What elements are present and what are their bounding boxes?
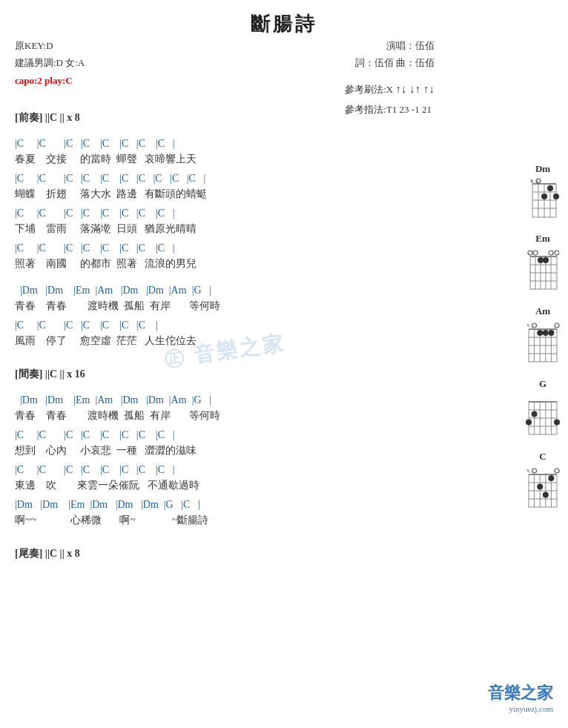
chord-g: G <box>525 378 561 437</box>
chord-item: |C <box>81 206 100 221</box>
lyric-item: 啊~~ <box>15 512 70 528</box>
chord-item: | <box>209 393 211 408</box>
chord-item: |C <box>81 171 100 186</box>
chord-item: |C <box>119 171 136 186</box>
chord-item: |Em <box>73 283 95 298</box>
chord-item: |C <box>15 241 37 256</box>
chord-c-label: C <box>539 451 546 463</box>
chord-item: |Dm <box>121 283 146 298</box>
chord-am: Am x <box>525 305 561 365</box>
chord-item: |C <box>64 136 81 151</box>
chord-item: |C <box>37 241 65 256</box>
chord-c: C x <box>525 451 561 510</box>
lyric-line-1: 春夏 交接 的當時 蟬聲 哀啼響上天 <box>15 151 501 167</box>
chord-item: |Am <box>95 393 120 408</box>
lyric-item: ~斷腸詩 <box>172 512 209 528</box>
strum-line2: 參考指法:T1 23 -1 21 <box>345 100 435 119</box>
watermark-english: yinyuezj.com <box>488 704 553 713</box>
chord-line-6: |C |C |C |C |C |C |C | <box>15 318 501 333</box>
chord-item: |Dm <box>146 283 169 298</box>
chord-item: |G <box>164 497 181 512</box>
svg-text:x: x <box>526 321 530 328</box>
chord-line-9: |C |C |C |C |C |C |C |C | <box>15 463 501 477</box>
site-watermark: 音樂之家 yinyuezj.com <box>488 682 553 713</box>
lyric-item: 的當時 <box>80 151 116 167</box>
chord-item: | <box>198 497 200 512</box>
chord-item: |C <box>15 136 37 151</box>
chord-item: |C <box>100 318 119 333</box>
capo-info: capo:2 play:C <box>15 72 85 89</box>
lyric-item: 有岸 <box>150 408 189 423</box>
chord-item: |C <box>100 171 119 186</box>
meta-right: 演唱：伍佰 詞：伍佰 曲：伍佰 <box>355 37 435 72</box>
chord-item: |G <box>192 283 209 298</box>
chord-line-2: |C |C |C |C |C |C |C |C |C |C | <box>15 171 501 186</box>
chord-item: |C <box>119 318 136 333</box>
lyric-item: 想到 <box>15 443 46 458</box>
svg-point-78 <box>555 469 559 473</box>
verse1: |C |C |C |C |C |C |C |C | 春夏 交接 的當時 蟬聲 <box>15 136 501 271</box>
strum-line1: 參考刷法:X ↑↓ ↓↑ ↑↓ <box>345 78 435 100</box>
lyric-item: 蝴蝶 <box>15 186 46 202</box>
chord-dm-label: Dm <box>535 163 550 175</box>
chord-item: |C <box>37 206 65 221</box>
svg-point-14 <box>553 193 559 199</box>
lyric-item: 愈空虛 <box>80 333 116 348</box>
chord-item: |C <box>37 428 65 443</box>
chord-item: |C <box>100 241 119 256</box>
chord-item: |C <box>37 463 65 477</box>
lyric-item: 路邊 <box>116 186 145 202</box>
chord-item: |C <box>15 206 37 221</box>
svg-point-77 <box>532 469 537 473</box>
chord-item: |Dm <box>40 497 68 512</box>
chord-line-4: |C |C |C |C |C |C |C |C | <box>15 241 501 256</box>
chord-item: |C <box>136 241 156 256</box>
chord-item: |C <box>64 428 81 443</box>
chord-item: |C <box>15 318 37 333</box>
lyric-item: 孤船 <box>124 408 150 423</box>
chord-line-10: |Dm |Dm |Em |Dm |Dm |Dm |G |C | <box>15 497 501 512</box>
chord-item: |G <box>192 393 209 408</box>
lyric-line-6: 風雨 停了 愈空虛 茫茫 人生佗位去 <box>15 333 501 348</box>
svg-point-29 <box>533 251 538 255</box>
meta-left: 原KEY:D 建議男調:D 女:A capo:2 play:C <box>15 37 85 89</box>
chord-item: |Dm <box>15 393 45 408</box>
chord-g-label: G <box>539 378 546 390</box>
strum-reference: 參考刷法:X ↑↓ ↓↑ ↑↓ 參考指法:T1 23 -1 21 <box>345 78 435 119</box>
chord-item: |C <box>15 171 37 186</box>
chord-item: |C <box>136 171 153 186</box>
lyric-item: 停了 <box>46 333 80 348</box>
chord-item: |Dm <box>90 497 115 512</box>
lyric-item: 青春 <box>15 298 46 314</box>
chord-item: |C <box>81 241 100 256</box>
interlude-section: [間奏] ||C || x 16 <box>15 368 501 381</box>
lyric-item: 心稀微 <box>70 512 120 528</box>
svg-point-62 <box>532 411 538 417</box>
lyric-item: 吹 <box>46 477 77 493</box>
chord-item: |Dm <box>121 393 146 408</box>
svg-point-50 <box>548 330 554 336</box>
chord-diagrams: Dm x <box>525 163 561 510</box>
lyric-item: 孤船 <box>124 298 150 314</box>
chord-item: |Dm <box>146 393 169 408</box>
lyric-item: 人生佗位去 <box>145 333 197 348</box>
lyric-item: 雷雨 <box>46 221 80 236</box>
chord-item: |C <box>156 428 173 443</box>
lyric-item: 折翅 <box>46 186 80 202</box>
prelude-label: [前奏] ||C || x 8 <box>15 111 80 125</box>
key-info: 原KEY:D <box>15 37 85 54</box>
lyric-line-2: 蝴蝶 折翅 落大水 路邊 有斷頭的蜻蜓 <box>15 186 501 202</box>
verse2: |Dm |Dm |Em |Am |Dm |Dm |Am |G | 青春 青春 渡… <box>15 283 501 348</box>
chord-item: |Dm <box>15 497 40 512</box>
outro-label: [尾奏] ||C || x 8 <box>15 547 80 560</box>
lyric-item: 渡時機 <box>87 298 124 314</box>
lyricist-info: 詞：伍佰 曲：伍佰 <box>355 54 435 71</box>
lyric-line-3: 下埔 雷雨 落滿墘 日頭 猶原光晴晴 <box>15 221 501 236</box>
lyric-item: 澀澀的滋味 <box>145 443 197 458</box>
svg-point-33 <box>555 251 559 255</box>
chord-item: |C <box>136 318 156 333</box>
lyric-item: 心內 <box>46 443 80 458</box>
chord-item: |C <box>119 241 136 256</box>
lyric-item: 風雨 <box>15 333 46 348</box>
lyric-item: 有斷頭的蜻蜓 <box>145 186 207 202</box>
